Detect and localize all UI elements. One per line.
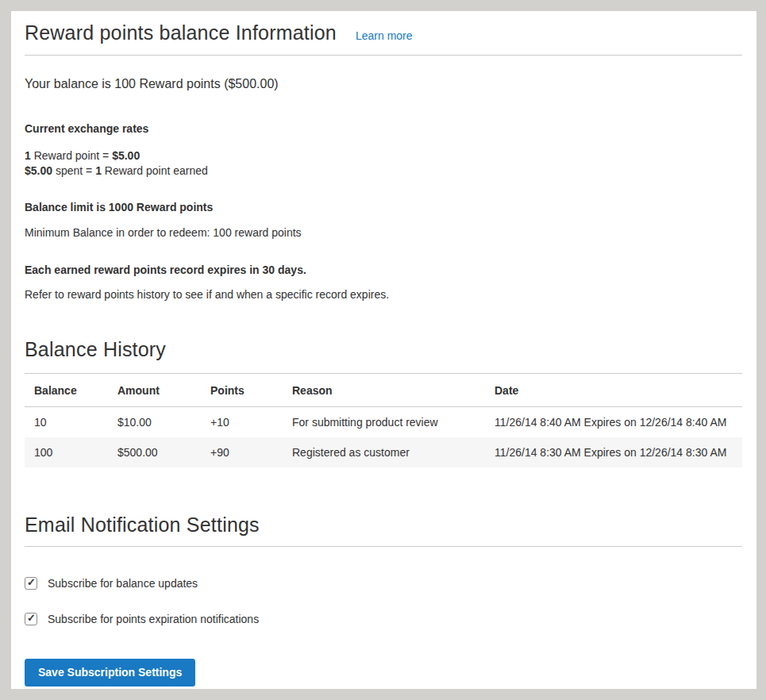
cell-points: +90 (201, 437, 283, 467)
column-header-amount: Amount (108, 374, 201, 407)
column-header-balance: Balance (25, 374, 108, 407)
expiration-heading: Each earned reward points record expires… (25, 263, 742, 276)
subscribe-balance-updates-label: Subscribe for balance updates (48, 577, 198, 590)
balance-history-header: Balance Amount Points Reason Date (25, 374, 742, 407)
table-row: 10 $10.00 +10 For submitting product rev… (25, 407, 742, 438)
cell-points: +10 (201, 407, 283, 438)
cell-date: 11/26/14 8:40 AM Expires on 12/26/14 8:4… (485, 407, 742, 438)
column-header-points: Points (201, 374, 283, 407)
reward-points-panel: Reward points balance Information Learn … (11, 11, 756, 689)
table-row: 100 $500.00 +90 Registered as customer 1… (25, 437, 742, 467)
rate-points-to-currency: 1 Reward point = $5.00 (25, 148, 742, 163)
cell-date: 11/26/14 8:30 AM Expires on 12/26/14 8:3… (485, 437, 742, 467)
table-header-row: Balance Amount Points Reason Date (25, 374, 742, 407)
email-notification-settings-title: Email Notification Settings (25, 513, 742, 537)
cell-balance: 100 (25, 437, 108, 467)
rate-points-value: 1 (25, 149, 31, 162)
balance-history-title: Balance History (25, 338, 742, 361)
spend-tail-text: Reward point earned (102, 164, 208, 177)
column-header-reason: Reason (283, 374, 485, 407)
spend-points-value: 1 (95, 164, 102, 177)
page-background: Reward points balance Information Learn … (0, 0, 766, 700)
subscribe-expiration-notifications-option[interactable]: Subscribe for points expiration notifica… (25, 613, 742, 625)
minimum-balance-note: Minimum Balance in order to redeem: 100 … (25, 226, 742, 239)
balance-summary: Your balance is 100 Reward points ($500.… (25, 77, 742, 91)
balance-history-body: 10 $10.00 +10 For submitting product rev… (25, 407, 742, 468)
page-header: Reward points balance Information Learn … (25, 21, 742, 44)
notifications-divider (25, 546, 742, 547)
cell-amount: $10.00 (108, 407, 201, 438)
balance-limit-heading: Balance limit is 1000 Reward points (25, 201, 742, 213)
subscribe-balance-updates-option[interactable]: Subscribe for balance updates (25, 577, 742, 590)
cell-reason: For submitting product review (283, 407, 485, 438)
save-subscription-settings-button[interactable]: Save Subscription Settings (25, 659, 195, 687)
exchange-rates-heading: Current exchange rates (25, 122, 742, 135)
subscribe-expiration-notifications-checkbox[interactable] (25, 613, 37, 625)
subscribe-balance-updates-checkbox[interactable] (25, 577, 37, 590)
cell-amount: $500.00 (108, 437, 201, 467)
spend-mid-text: spent = (52, 164, 95, 177)
spend-amount-value: $5.00 (25, 164, 52, 177)
cell-balance: 10 (25, 407, 108, 438)
rate-currency-to-points: $5.00 spent = 1 Reward point earned (25, 163, 742, 179)
rate-amount-value: $5.00 (112, 149, 140, 162)
page-title: Reward points balance Information (25, 21, 337, 44)
balance-history-table: Balance Amount Points Reason Date 10 $10… (25, 373, 742, 467)
learn-more-link[interactable]: Learn more (356, 29, 413, 42)
expiration-note: Refer to reward points history to see if… (25, 288, 742, 301)
column-header-date: Date (485, 374, 742, 407)
subscribe-expiration-notifications-label: Subscribe for points expiration notifica… (48, 613, 259, 625)
header-divider (25, 55, 742, 56)
rate-mid-text: Reward point = (31, 149, 112, 162)
cell-reason: Registered as customer (283, 437, 485, 467)
exchange-rates: 1 Reward point = $5.00 $5.00 spent = 1 R… (25, 148, 742, 179)
